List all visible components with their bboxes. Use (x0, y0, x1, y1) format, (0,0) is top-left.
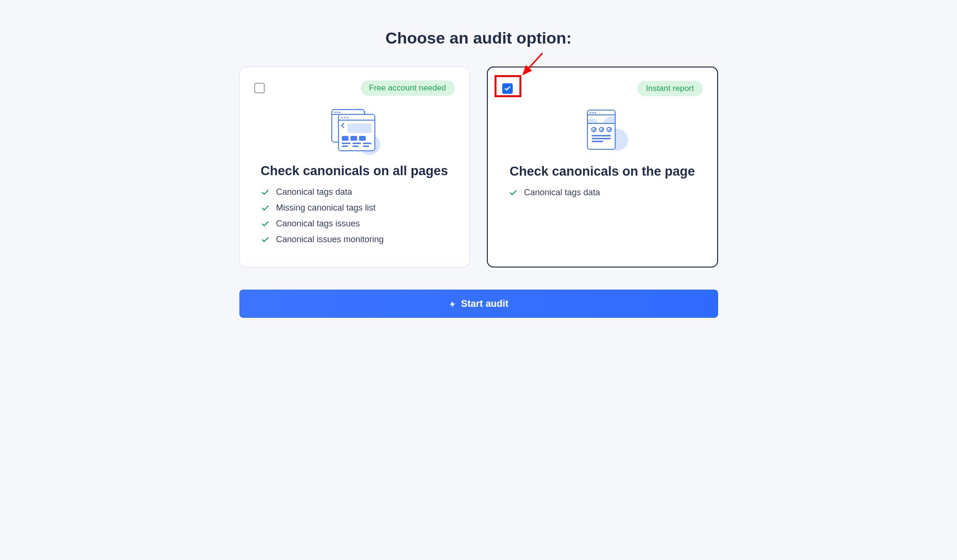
feature-label: Canonical issues monitoring (276, 235, 384, 245)
option-card-single-page[interactable]: Instant report (487, 67, 718, 268)
badge-instant-report: Instant report (637, 81, 702, 96)
bolt-icon (449, 300, 456, 308)
check-icon (261, 220, 270, 228)
feature-item: Canonical tags data (509, 188, 696, 198)
feature-list-single-page: Canonical tags data (502, 188, 703, 198)
annotation-arrow-icon (518, 51, 547, 82)
illustration-pages-icon (254, 107, 455, 155)
feature-label: Canonical tags data (276, 187, 352, 197)
feature-item: Canonical tags issues (261, 219, 448, 229)
page-heading: Choose an audit option: (239, 29, 718, 47)
feature-label: Missing canonical tags list (276, 203, 376, 213)
check-icon (261, 204, 270, 213)
feature-item: Missing canonical tags list (261, 203, 448, 213)
feature-item: Canonical issues monitoring (261, 235, 448, 245)
option-card-all-pages[interactable]: Free account needed (239, 67, 470, 268)
illustration-single-page-icon (502, 108, 703, 156)
feature-item: Canonical tags data (261, 187, 448, 197)
start-audit-label: Start audit (461, 298, 508, 309)
start-audit-button[interactable]: Start audit (239, 290, 718, 318)
feature-label: Canonical tags data (524, 188, 600, 198)
check-icon (261, 235, 270, 244)
card-title-single-page: Check canonicals on the page (502, 164, 703, 179)
feature-list-all-pages: Canonical tags data Missing canonical ta… (254, 187, 455, 245)
option-cards: Free account needed (239, 67, 718, 268)
check-icon (509, 189, 518, 197)
checkbox-single-page[interactable] (502, 83, 513, 94)
badge-account-needed: Free account needed (360, 80, 455, 96)
checkbox-all-pages[interactable] (254, 83, 265, 93)
feature-label: Canonical tags issues (276, 219, 360, 229)
check-icon (261, 188, 270, 197)
svg-line-0 (523, 53, 542, 74)
card-title-all-pages: Check canonicals on all pages (254, 164, 455, 179)
